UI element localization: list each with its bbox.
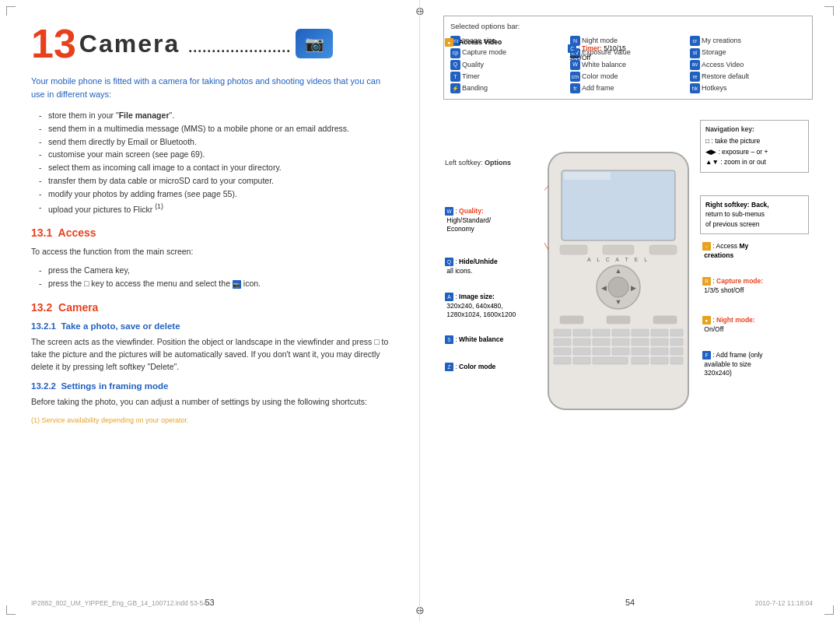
options-item-timer: T Timer [450,71,566,82]
section-131-body: To access the function from the main scr… [31,245,392,258]
options-item-restore: re Restore default [690,71,806,82]
subsection-1321-body: The screen acts as the viewfinder. Posit… [31,335,392,374]
svg-text:▲: ▲ [615,267,622,275]
hide-unhide-icon: Q [445,258,453,266]
subsection-1321-title: 13.2.1 Take a photo, save or delete [31,321,392,331]
svg-rect-14 [607,316,630,324]
white-balance-icon-label: S [445,335,453,344]
timer-icon-label: C [568,44,576,53]
color-mode-icon-label: Z [445,363,453,371]
right-softkey-desc: return to sub-menus [705,209,803,219]
capture-mode-icon: cp [450,48,460,58]
list-item: upload your pictures to Flickr (1) [39,201,392,216]
svg-rect-42 [670,357,683,364]
white-balance-label: S : White balance [445,335,503,345]
svg-point-8 [608,277,628,297]
nav-key-2: ◀▶ : exposure – or + [705,147,803,158]
intro-text: Your mobile phone is fitted with a camer… [31,75,392,101]
svg-rect-39 [593,357,628,364]
page-container: 13 Camera ...................... 📷 Your … [0,0,840,621]
list-item: send them directly by Email or Bluetooth… [39,135,392,149]
footnote: (1) Service availability depending on yo… [31,416,392,426]
list-item: modify your photos by adding frames (see… [39,188,392,201]
svg-rect-38 [573,357,590,364]
nav-key-3: ▲▼ : zoom in or out [705,157,803,168]
svg-rect-34 [632,348,649,355]
timer-label: C : Timer: 5/10/15 sec/Off [568,44,626,63]
nav-key-title: Navigation key: [705,125,803,135]
access-video-icon-label: ● [445,38,453,47]
phone-diagram: A L C A T E L ▲ ▼ ◀ ▶ [544,149,692,413]
list-item: press the □ key to access the menu and s… [39,277,392,290]
options-item-storage: st Storage [690,47,806,58]
quality-icon: Q [450,60,460,70]
svg-rect-13 [560,316,583,324]
options-bar-grid: im Image size N Night mode cr My creatio… [450,35,806,94]
svg-text:A L C A T E L: A L C A T E L [587,257,649,262]
svg-rect-36 [670,348,683,355]
chapter-number: 13 [31,23,76,64]
list-item: transfer them by data cable or microSD c… [39,174,392,188]
quality-icon-label: W [445,207,453,216]
svg-rect-41 [651,357,668,364]
section-131-title: 13.1 Access [31,226,392,239]
image-size-icon-label: A [445,293,453,301]
night-mode-label: ● : Night mode: On/Off [702,316,811,335]
svg-rect-19 [612,329,629,336]
svg-text:▶: ▶ [631,284,636,292]
svg-rect-30 [554,348,571,355]
svg-rect-22 [670,329,683,336]
options-item-capture-mode: cp Capture mode [450,47,566,58]
camera-menu-icon: 📷 [233,280,241,289]
right-softkey-desc2: of previous screen [705,219,803,230]
access-creations-label: ○ : Access My creations [702,242,811,261]
footer-right: 2010-7-12 11:18:04 [755,599,813,607]
right-softkey-box: Right softkey: Back, return to sub-menus… [700,195,809,234]
access-video-label: ● : Access Video [445,38,502,47]
svg-rect-37 [554,357,571,364]
hide-unhide-label: Q : Hide/Unhide all icons. [445,258,498,276]
footer-left: IP2882_802_UM_YIPPEE_Eng_GB_14_100712.in… [31,599,207,607]
left-softkey-label: Left softkey: Options [445,159,527,167]
svg-text:▼: ▼ [615,298,622,306]
color-mode-label: Z : Color mode [445,363,495,372]
page-number-right: 54 [625,598,635,607]
hotkeys-icon: hk [690,83,700,93]
svg-rect-5 [603,245,634,254]
options-item-access-video: av Access Video [690,59,806,71]
list-item: select them as incoming call image to a … [39,161,392,174]
night-icon-label: ● [702,316,711,325]
list-item: customise your main screen (see page 69)… [39,148,392,161]
section-131-bullets: press the Camera key, press the □ key to… [31,264,392,290]
nav-key-1: □ : take the picture [705,136,803,147]
options-item-quality: Q Quality [450,59,566,71]
svg-rect-35 [651,348,668,355]
svg-rect-21 [651,329,668,336]
restore-icon: re [690,72,700,82]
options-item-hotkeys: hk Hotkeys [690,82,806,94]
svg-rect-15 [653,316,677,324]
svg-rect-17 [573,329,590,336]
quality-label: W : Quality: High/Standard/ Economy [445,207,491,235]
banding-icon: ⚡ [450,83,460,93]
svg-rect-27 [632,339,649,346]
options-item-my-creations: cr My creations [690,35,806,47]
svg-rect-32 [593,348,610,355]
svg-text:◀: ◀ [601,284,607,292]
options-item-add-frame: fr Add frame [570,82,686,94]
subsection-1322-title: 13.2.2 Settings in framing mode [31,381,392,391]
add-frame-label: F : Add frame (only available to size 32… [702,351,811,379]
list-item: press the Camera key, [39,264,392,277]
subsection-1322-body: Before taking the photo, you can adjust … [31,395,392,408]
options-item-banding: ⚡ Banding [450,82,566,94]
capture-mode-label: R : Capture mode: 1/3/5 shot/Off [702,277,811,296]
navigation-key-box: Navigation key: □ : take the picture ◀▶ … [700,120,809,173]
chapter-title: Camera ...................... [79,30,291,58]
left-page: 13 Camera ...................... 📷 Your … [0,0,420,621]
svg-rect-4 [649,245,677,254]
image-size-label: A : Image size: 320x240, 640x480, 1280x1… [445,293,516,321]
add-frame-icon-label: F [702,351,711,360]
creations-icon-label: ○ [702,242,711,251]
color-mode-icon: cm [570,72,580,82]
camera-icon: 📷 [296,29,333,58]
